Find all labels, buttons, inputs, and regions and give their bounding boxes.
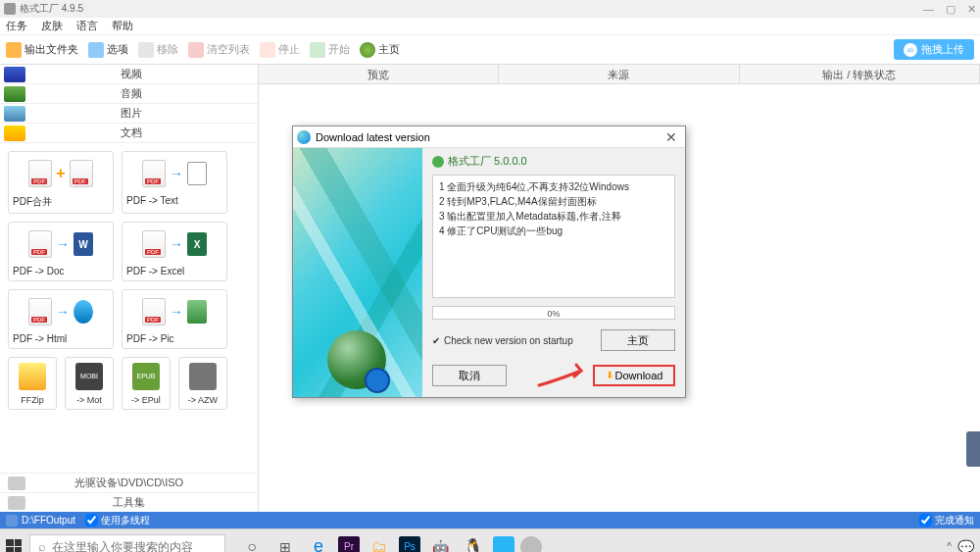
pdf-icon: [70, 160, 93, 187]
stop-icon: [260, 42, 275, 58]
category-document[interactable]: 文档: [0, 124, 258, 143]
ffzip-item[interactable]: FFZip: [8, 357, 57, 410]
azw-item[interactable]: -> AZW: [178, 357, 227, 410]
qq-icon[interactable]: 🐧: [460, 533, 487, 553]
pdf-icon: [142, 298, 166, 326]
folder-icon[interactable]: [6, 515, 18, 527]
clear-list-button[interactable]: 清空列表: [188, 42, 250, 58]
edge-icon[interactable]: e: [305, 533, 332, 553]
progress-bar: 0%: [432, 306, 675, 320]
mobi-item[interactable]: MOBI -> Mot: [65, 357, 114, 410]
arrow-icon: →: [56, 236, 70, 252]
tray-chevron-icon[interactable]: ^: [947, 541, 952, 552]
app-icon-2[interactable]: [520, 536, 542, 553]
start-button[interactable]: 开始: [310, 42, 350, 58]
app-icon-1[interactable]: [493, 536, 514, 553]
folder-icon: [6, 42, 22, 58]
word-icon: W: [74, 232, 93, 256]
done-notify[interactable]: 完成通知: [919, 514, 974, 527]
maximize-button[interactable]: ▢: [946, 3, 956, 16]
epub-icon: EPUB: [132, 363, 160, 390]
pdf-to-text-item[interactable]: → PDF -> Text: [122, 151, 227, 214]
pdf-to-doc-item[interactable]: →W PDF -> Doc: [8, 222, 114, 281]
dialog-title-text: Download latest version: [316, 131, 430, 143]
category-video[interactable]: 视频: [0, 65, 258, 84]
check-icon: [432, 156, 444, 168]
clear-icon: [188, 42, 204, 58]
pdf-icon: [142, 160, 166, 187]
pdf-to-html-item[interactable]: → PDF -> Html: [8, 289, 114, 349]
menu-skin[interactable]: 皮肤: [41, 19, 63, 33]
menu-language[interactable]: 语言: [76, 19, 98, 33]
dialog-download-button[interactable]: ⬇Download: [593, 365, 675, 386]
disc-icon: [8, 477, 25, 490]
check-startup-checkbox[interactable]: ✔Check new version on startup: [432, 335, 573, 346]
cortana-icon[interactable]: ○: [238, 533, 266, 553]
col-status: 输出 / 转换状态: [740, 65, 980, 83]
toolbar: 输出文件夹 选项 移除 清空列表 停止 开始 主页 ∞拖拽上传: [0, 35, 980, 65]
toolset-section[interactable]: 工具集: [0, 492, 258, 512]
menu-task[interactable]: 任务: [6, 19, 27, 33]
dialog-titlebar: Download latest version ✕: [293, 126, 685, 148]
gear-icon: [88, 42, 104, 58]
pdf-icon: [142, 230, 166, 258]
output-folder-button[interactable]: 输出文件夹: [6, 42, 78, 58]
document-icon: [4, 125, 25, 141]
download-dialog: Download latest version ✕ 格式工厂 5.0.0.0 1…: [292, 125, 686, 398]
content-header: 预览 来源 输出 / 转换状态: [259, 65, 980, 84]
search-input[interactable]: [52, 540, 217, 553]
pdf-icon: [28, 160, 52, 187]
output-path[interactable]: D:\FFOutput: [22, 515, 75, 526]
version-label: 格式工厂 5.0.0.0: [432, 154, 675, 169]
pdf-merge-item[interactable]: + PDF合并: [8, 151, 114, 214]
multithread-checkbox[interactable]: 使用多线程: [85, 514, 150, 527]
zip-icon: [19, 363, 46, 390]
stop-button[interactable]: 停止: [260, 42, 300, 58]
statusbar: D:\FFOutput 使用多线程 完成通知: [0, 512, 980, 528]
pdf-to-excel-item[interactable]: →X PDF -> Excel: [122, 222, 227, 281]
epub-item[interactable]: EPUB -> EPul: [122, 357, 171, 410]
pdf-icon: [28, 298, 52, 326]
notification-icon[interactable]: 💬: [957, 539, 974, 553]
window-titlebar: 格式工厂 4.9.5 — ▢ ✕: [0, 0, 980, 18]
upload-button[interactable]: ∞拖拽上传: [894, 39, 974, 60]
options-button[interactable]: 选项: [88, 42, 128, 58]
category-image[interactable]: 图片: [0, 104, 258, 124]
category-audio[interactable]: 音频: [0, 84, 258, 104]
dialog-close-button[interactable]: ✕: [662, 129, 681, 145]
android-icon[interactable]: 🤖: [426, 533, 454, 553]
dialog-home-button[interactable]: 主页: [601, 329, 675, 351]
video-icon: [4, 67, 25, 82]
menu-help[interactable]: 帮助: [112, 19, 133, 33]
photoshop-icon[interactable]: Ps: [399, 536, 420, 553]
play-icon: [310, 42, 325, 58]
start-button[interactable]: [6, 539, 22, 553]
edge-tab[interactable]: [966, 431, 980, 467]
image-icon: [4, 106, 25, 122]
arrow-icon: →: [170, 304, 183, 320]
download-arrow-icon: ⬇: [606, 366, 613, 385]
home-icon: [360, 42, 375, 58]
dialog-cancel-button[interactable]: 取消: [432, 365, 507, 386]
document-grid: + PDF合并 → PDF -> Text →W PDF -> Doc →X P…: [0, 143, 258, 473]
html-icon: [74, 300, 93, 324]
picture-icon: [187, 300, 207, 324]
explorer-icon[interactable]: 🗂: [366, 533, 393, 553]
plus-icon: +: [56, 165, 65, 182]
search-box[interactable]: ⌕: [29, 534, 225, 553]
app-title: 格式工厂 4.9.5: [20, 2, 83, 16]
azw-icon: [189, 363, 217, 390]
excel-icon: X: [187, 232, 207, 256]
cloud-icon: ∞: [904, 43, 917, 57]
optical-drive-section[interactable]: 光驱设备\DVD\CD\ISO: [0, 473, 258, 492]
minimize-button[interactable]: —: [923, 3, 934, 16]
search-icon: ⌕: [38, 539, 46, 552]
home-button[interactable]: 主页: [360, 42, 400, 58]
pdf-to-pic-item[interactable]: → PDF -> Pic: [122, 289, 227, 349]
taskview-icon[interactable]: ⊞: [271, 533, 299, 553]
col-preview: 预览: [259, 65, 499, 83]
close-button[interactable]: ✕: [967, 3, 976, 16]
remove-button[interactable]: 移除: [138, 42, 178, 58]
premiere-icon[interactable]: Pr: [338, 536, 360, 553]
app-icon: [4, 3, 16, 15]
